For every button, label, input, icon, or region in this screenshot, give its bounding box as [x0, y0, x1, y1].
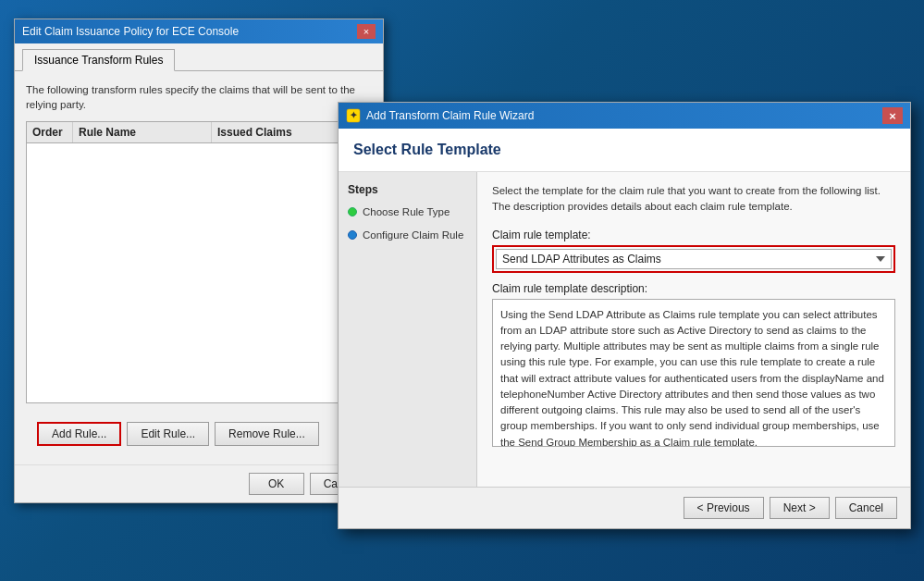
- wizard-body: Select Rule Template Steps Choose Rule T…: [339, 129, 910, 528]
- step-2-dot: [348, 230, 357, 240]
- description-box: Claim rule template description: Using t…: [492, 282, 895, 447]
- ok-button[interactable]: OK: [249, 473, 304, 495]
- step-2: Configure Claim Rule: [348, 229, 467, 242]
- wizard-main-content: Steps Choose Rule Type Configure Claim R…: [339, 172, 910, 487]
- wizard-close-button[interactable]: ×: [882, 107, 903, 124]
- edit-dialog-tabs: Issuance Transform Rules: [15, 43, 383, 71]
- table-body[interactable]: [27, 143, 371, 402]
- edit-dialog-footer: OK Cancel: [15, 464, 383, 502]
- wizard-titlebar: ✦ Add Transform Claim Rule Wizard ×: [339, 103, 910, 129]
- edit-dialog-content: The following transform rules specify th…: [15, 71, 383, 464]
- step-1-dot: [348, 207, 357, 216]
- add-rule-button[interactable]: Add Rule...: [37, 422, 121, 446]
- wizard-right-panel: Select the template for the claim rule t…: [477, 172, 910, 487]
- claim-rule-select[interactable]: Send LDAP Attributes as ClaimsSend Group…: [496, 249, 892, 269]
- svg-text:✦: ✦: [350, 110, 358, 120]
- steps-panel: Steps Choose Rule Type Configure Claim R…: [339, 172, 477, 487]
- edit-dialog-description: The following transform rules specify th…: [26, 82, 372, 112]
- wizard-main-title: Select Rule Template: [353, 142, 895, 158]
- wizard-dialog: ✦ Add Transform Claim Rule Wizard × Sele…: [338, 102, 911, 529]
- prev-button[interactable]: < Previous: [684, 497, 764, 519]
- claim-rule-label: Claim rule template:: [492, 229, 895, 241]
- edit-dialog-titlebar: Edit Claim Issuance Policy for ECE Conso…: [15, 19, 383, 43]
- wizard-title-icon: ✦: [346, 108, 361, 123]
- col-rule-name: Rule Name: [73, 122, 212, 142]
- wizard-title-text: Add Transform Claim Rule Wizard: [366, 109, 534, 122]
- step-1: Choose Rule Type: [348, 205, 467, 219]
- edit-dialog-close-button[interactable]: ×: [357, 24, 376, 39]
- claim-rule-template-group: Claim rule template: Send LDAP Attribute…: [492, 229, 895, 273]
- wizard-header: Select Rule Template: [339, 129, 910, 172]
- panel-description: Select the template for the claim rule t…: [492, 183, 895, 216]
- step-2-label: Configure Claim Rule: [363, 229, 463, 242]
- wizard-cancel-button[interactable]: Cancel: [835, 497, 897, 519]
- edit-rule-button[interactable]: Edit Rule...: [127, 422, 209, 446]
- steps-title: Steps: [348, 183, 467, 196]
- description-label: Claim rule template description:: [492, 282, 895, 295]
- step-1-label: Choose Rule Type: [363, 205, 450, 219]
- wizard-title-area: ✦ Add Transform Claim Rule Wizard: [346, 108, 534, 123]
- wizard-footer: < Previous Next > Cancel: [339, 487, 910, 528]
- tab-issuance-transform-rules[interactable]: Issuance Transform Rules: [22, 49, 175, 71]
- rule-action-buttons: Add Rule... Edit Rule... Remove Rule...: [26, 414, 372, 453]
- description-text-area: Using the Send LDAP Attribute as Claims …: [492, 299, 895, 447]
- table-header: Order Rule Name Issued Claims: [27, 122, 371, 143]
- rules-table: Order Rule Name Issued Claims: [26, 121, 372, 403]
- claim-rule-select-wrapper: Send LDAP Attributes as ClaimsSend Group…: [492, 245, 895, 273]
- remove-rule-button[interactable]: Remove Rule...: [215, 422, 319, 446]
- edit-claim-dialog: Edit Claim Issuance Policy for ECE Conso…: [14, 19, 384, 503]
- col-order: Order: [27, 122, 73, 142]
- next-button[interactable]: Next >: [770, 497, 830, 519]
- edit-dialog-title: Edit Claim Issuance Policy for ECE Conso…: [22, 25, 239, 38]
